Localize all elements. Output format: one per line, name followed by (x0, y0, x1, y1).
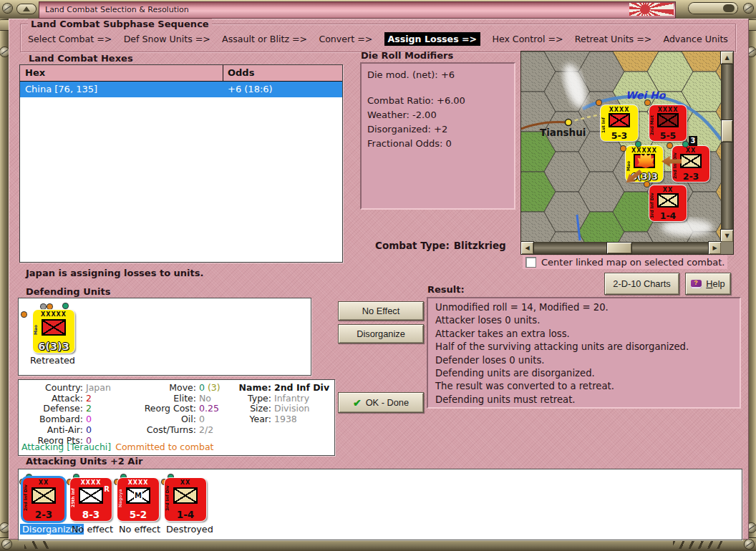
screw-decoration (744, 4, 753, 13)
scrollbar-corner (721, 242, 733, 254)
scroll-down-button[interactable]: ▼ (721, 230, 733, 242)
name-label: Name: (237, 383, 271, 394)
window-titlebar: Land Combat Selection & Resolution (0, 0, 756, 19)
spacer (367, 82, 508, 94)
map-unit-2nd-mot[interactable]: XXXX 2nd Mot 5-5 (649, 105, 687, 141)
help-button[interactable]: Help (685, 273, 731, 295)
attack-value: 2 (86, 394, 92, 404)
result-line: Unmodified roll = 14, Modified = 20. (435, 301, 732, 314)
stack-count-badge: 3 (689, 136, 697, 146)
scroll-right-button[interactable]: ▶ (709, 242, 721, 254)
unit-name: Mao (33, 316, 39, 344)
move-label: Move: (125, 383, 196, 394)
attacking-unit-3rd-inf-div[interactable]: XX 3rd Inf Div 1-4 (165, 478, 206, 521)
result-line: Half of the surviving attacking units ar… (435, 341, 732, 353)
anti-air-label: Anti-Air: (21, 425, 83, 436)
defending-unit-mao[interactable]: XXXXX Mao 6(3)3 (33, 310, 74, 353)
scroll-left-button[interactable]: ◀ (521, 242, 533, 254)
horizontal-scroll-thumb[interactable] (607, 243, 631, 253)
unit-info-col3: Name:2nd Inf Div Type:Infantry Size:Divi… (237, 383, 329, 425)
unit-info-col1: Country:Japan Attack:2 Defense:2 Bombard… (21, 383, 111, 446)
bombard-value: 0 (86, 414, 92, 425)
infantry-symbol (79, 487, 103, 504)
unit-info-footer: Attacking [Terauchi]Committed to combat (21, 442, 213, 453)
charts-button[interactable]: 2-D-10 Charts (604, 273, 679, 295)
result-line: Defending units are disorganized. (435, 367, 732, 380)
attack-label: Attack: (21, 394, 83, 404)
oil-label: Oil: (125, 414, 196, 425)
committed-text: Committed to combat (115, 442, 213, 452)
status-dot (644, 182, 649, 187)
die-roll-modifiers-panel: Die mod. (net): +6 Combat Ratio: +6.00 W… (360, 62, 515, 210)
attacking-units-panel: XX 2nd Inf Div 2-3 Disorganized XXXX R 2… (18, 469, 742, 540)
attacking-unit-nagoya[interactable]: XXXX Nagoya M 5-2 (117, 478, 159, 521)
map-unit-3rd-inf-div[interactable]: XX 3rd Inf Div 1-4 (649, 185, 687, 221)
cost-turns-label: Cost/Turns: (125, 425, 196, 436)
column-odds: Odds (228, 67, 254, 78)
vertical-scroll-thumb[interactable] (722, 120, 732, 142)
die-roll-modifiers-title: Die Roll Modifiers (361, 50, 453, 61)
motorized-symbol (657, 113, 679, 127)
result-line: The result was converted to a retreat. (435, 380, 732, 393)
attacking-unit-25th-inf[interactable]: XXXX R 25th Inf 8-3 (70, 478, 112, 521)
status-dot (47, 304, 52, 309)
screw-decoration (745, 540, 754, 549)
disorganize-button[interactable]: Disorganize (338, 324, 424, 343)
system-menu-button[interactable] (17, 4, 36, 14)
map-viewport[interactable]: Wei Ho Tianshui XXXX 1st Inf 5-3 XXXX 2n… (521, 52, 721, 242)
status-dot (636, 142, 641, 147)
combat-type-label: Combat Type: (375, 240, 450, 251)
size-value: Division (274, 404, 310, 414)
step-select-combat: Select Combat => (28, 34, 112, 44)
step-convert: Convert => (319, 34, 372, 44)
combat-hex-table: Hex Odds China [76, 135] +6 (18:6) (19, 64, 343, 263)
infantry-symbol (32, 487, 56, 504)
status-dot (41, 304, 46, 309)
subphase-sequence-groupbox: Land Combat Subphase Sequence Select Com… (20, 24, 736, 52)
result-line: Attacker takes an extra loss. (435, 328, 732, 341)
mod-combat-ratio: Combat Ratio: +6.00 (367, 94, 508, 108)
type-value: Infantry (274, 394, 309, 404)
ok-done-label: OK - Done (366, 397, 409, 408)
die-mod-net: Die mod. (net): +6 (367, 68, 508, 82)
infantry-symbol (609, 113, 630, 127)
close-button[interactable] (689, 3, 737, 14)
map-unit-2nd-inf-div[interactable]: XX 2nd Inf Div 2-3 (672, 146, 709, 182)
frame-decoration (24, 541, 53, 549)
map-vertical-scrollbar[interactable]: ▲ ▼ (721, 52, 733, 242)
attacking-side-text: Attacking [Terauchi] (21, 442, 111, 452)
size-label: Size: (237, 404, 271, 414)
map-unit-1st-inf[interactable]: XXXX 1st Inf 5-3 (601, 105, 638, 141)
screw-decoration (2, 540, 11, 549)
center-map-checkbox[interactable] (525, 257, 536, 268)
subphase-sequence-title: Land Combat Subphase Sequence (28, 19, 212, 29)
status-dot (63, 303, 68, 308)
step-advance-units: Advance Units (663, 34, 727, 44)
unit-value: 6(3)3 (33, 341, 74, 352)
no-effect-button[interactable]: No Effect (338, 301, 424, 321)
ok-done-button[interactable]: ✔OK - Done (338, 392, 424, 413)
unit-value: 5-2 (117, 509, 159, 520)
japan-flag-icon (629, 3, 674, 16)
step-retreat-units: Retreat Units => (575, 34, 651, 44)
defending-units-title: Defending Units (26, 286, 110, 297)
status-dot (21, 312, 26, 317)
result-line: Defending units must retreat. (435, 394, 732, 406)
map-horizontal-scrollbar[interactable]: ◀ ▶ (521, 242, 721, 254)
row-hex-value: China [76, 135] (25, 84, 97, 94)
frame-decoration (673, 541, 723, 549)
elite-label: Elite: (125, 394, 196, 404)
reorg-cost-value: 0.25 (199, 404, 219, 414)
combat-minimap[interactable]: Wei Ho Tianshui XXXX 1st Inf 5-3 XXXX 2n… (520, 51, 734, 255)
attacking-unit-2nd-inf-div[interactable]: XX 2nd Inf Div 2-3 (23, 478, 64, 521)
titlebar[interactable]: Land Combat Selection & Resolution (39, 1, 676, 19)
scroll-up-button[interactable]: ▲ (721, 52, 733, 64)
oil-value: 0 (199, 414, 205, 425)
titlebar-right-cap (676, 0, 756, 19)
table-row[interactable]: China [76, 135] +6 (18:6) (20, 82, 342, 97)
mod-weather: Weather: -2.00 (367, 108, 508, 122)
unit-info-panel: Country:Japan Attack:2 Defense:2 Bombard… (18, 379, 335, 456)
fire-icon (637, 152, 654, 168)
infantry-symbol (42, 319, 66, 336)
hex-list-title: Land Combat Hexes (29, 53, 133, 64)
